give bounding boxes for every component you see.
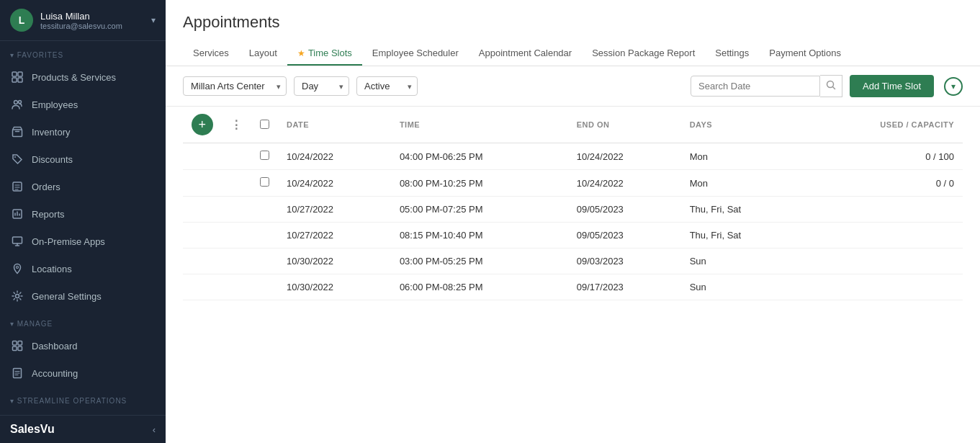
svg-rect-0 [12, 72, 17, 76]
row-menu-cell [222, 274, 251, 300]
svg-rect-1 [18, 72, 22, 76]
row-days: Mon [681, 170, 802, 197]
row-capacity: 0 / 100 [802, 143, 963, 170]
svg-point-4 [14, 101, 18, 104]
tab-payment-options[interactable]: Payment Options [759, 42, 851, 66]
row-capacity [802, 197, 963, 223]
sidebar-item-label-general-settings: General Settings [32, 291, 102, 302]
table-header-row: + ⋮ DATE TIME END ON DAYS USED / CAPACIT… [183, 107, 963, 143]
sidebar-item-inventory[interactable]: Inventory [0, 118, 166, 146]
svg-point-11 [17, 267, 19, 269]
star-icon: ★ [297, 48, 305, 58]
section-label-favorites: ▾ FAVORITES [0, 41, 166, 63]
row-time: 03:00 PM-05:25 PM [391, 249, 568, 274]
table-row: 10/24/202208:00 PM-10:25 PM10/24/2022Mon… [183, 170, 963, 197]
location-select[interactable]: Millan Arts Center [183, 76, 287, 96]
row-checkbox[interactable] [260, 151, 269, 160]
row-add-cell [183, 197, 222, 223]
sidebar-item-employees[interactable]: Employees [0, 91, 166, 118]
th-checkbox [251, 107, 278, 143]
sidebar-item-products-services[interactable]: Products & Services [0, 63, 166, 91]
row-end-on: 10/24/2022 [568, 170, 681, 197]
toolbar: Millan Arts Center Day Week Month Active… [166, 66, 980, 107]
gear-icon [10, 289, 24, 303]
tab-services[interactable]: Services [183, 42, 239, 66]
row-date: 10/27/2022 [278, 223, 391, 249]
tab-employee-scheduler[interactable]: Employee Scheduler [362, 42, 469, 66]
user-name: Luisa Millan [40, 11, 151, 22]
sidebar-item-label-discounts: Discounts [32, 154, 73, 165]
row-menu-cell [222, 249, 251, 274]
row-add-cell [183, 170, 222, 197]
expand-options-button[interactable]: ▾ [944, 77, 963, 96]
row-checkbox-cell [251, 197, 278, 223]
row-time: 05:00 PM-07:25 PM [391, 197, 568, 223]
grid-icon [10, 70, 24, 84]
tab-appointment-calendar[interactable]: Appointment Calendar [469, 42, 582, 66]
user-profile[interactable]: L Luisa Millan tessitura@salesvu.com ▾ [0, 0, 166, 41]
search-button[interactable] [820, 75, 842, 97]
pin-icon [10, 261, 24, 276]
th-date: DATE [278, 107, 391, 143]
user-email: tessitura@salesvu.com [40, 22, 151, 30]
svg-rect-6 [13, 130, 22, 137]
row-checkbox-cell [251, 274, 278, 300]
row-days: Thu, Fri, Sat [681, 223, 802, 249]
search-icon [826, 80, 836, 90]
tab-session-package-report[interactable]: Session Package Report [582, 42, 705, 66]
row-days: Thu, Fri, Sat [681, 197, 802, 223]
sidebar-item-label-inventory: Inventory [32, 127, 70, 138]
bulk-menu-dots[interactable]: ⋮ [230, 119, 243, 131]
table-row: 10/30/202203:00 PM-05:25 PM09/03/2023Sun [183, 249, 963, 274]
user-menu-chevron[interactable]: ▾ [151, 15, 156, 25]
row-end-on: 09/05/2023 [568, 223, 681, 249]
row-date: 10/24/2022 [278, 143, 391, 170]
row-checkbox[interactable] [260, 177, 269, 187]
svg-rect-14 [18, 341, 22, 346]
row-menu-cell [222, 197, 251, 223]
time-slots-table: + ⋮ DATE TIME END ON DAYS USED / CAPACIT… [183, 107, 963, 300]
sidebar-item-locations[interactable]: Locations [0, 255, 166, 282]
sidebar-item-orders[interactable]: Orders [0, 173, 166, 200]
search-input[interactable] [691, 76, 820, 97]
sidebar-item-on-premise-apps[interactable]: On-Premise Apps [0, 228, 166, 255]
table-row: 10/27/202205:00 PM-07:25 PM09/05/2023Thu… [183, 197, 963, 223]
tab-settings[interactable]: Settings [705, 42, 759, 66]
row-add-cell [183, 274, 222, 300]
table-row: 10/27/202208:15 PM-10:40 PM09/05/2023Thu… [183, 223, 963, 249]
status-select[interactable]: Active Inactive All [356, 76, 418, 96]
row-checkbox-cell [251, 223, 278, 249]
th-add-action: + [183, 107, 222, 143]
sidebar-item-dashboard[interactable]: Dashboard [0, 332, 166, 359]
select-all-checkbox[interactable] [260, 120, 269, 129]
svg-point-5 [19, 101, 22, 104]
status-select-wrapper: Active Inactive All [356, 76, 418, 96]
th-menu: ⋮ [222, 107, 251, 143]
row-time: 06:00 PM-08:25 PM [391, 274, 568, 300]
row-add-cell [183, 143, 222, 170]
tab-time-slots[interactable]: ★Time Slots [287, 42, 362, 66]
sidebar-item-reports[interactable]: Reports [0, 200, 166, 228]
sidebar-item-accounting[interactable]: Accounting [0, 359, 166, 387]
svg-rect-10 [13, 237, 22, 243]
tab-layout[interactable]: Layout [239, 42, 287, 66]
section-label-streamline: ▾ STREAMLINE OPERATIONS [0, 387, 166, 409]
sidebar-collapse-button[interactable]: ‹ [153, 424, 156, 435]
sidebar-item-general-settings[interactable]: General Settings [0, 282, 166, 310]
sidebar-item-discounts[interactable]: Discounts [0, 146, 166, 173]
sidebar-item-label-on-premise: On-Premise Apps [32, 236, 105, 247]
table-area: + ⋮ DATE TIME END ON DAYS USED / CAPACIT… [166, 107, 980, 443]
row-checkbox-cell [251, 249, 278, 274]
page-title: Appointments [183, 13, 963, 32]
row-days: Sun [681, 249, 802, 274]
box-icon [10, 125, 24, 139]
chevron-down-icon: ▾ [951, 81, 956, 91]
sidebar-item-label-accounting: Accounting [32, 368, 78, 379]
row-date: 10/30/2022 [278, 274, 391, 300]
list-icon [10, 179, 24, 194]
add-row-button[interactable]: + [192, 114, 213, 135]
svg-point-7 [14, 156, 16, 158]
period-select[interactable]: Day Week Month [294, 76, 349, 96]
th-days: DAYS [681, 107, 802, 143]
add-time-slot-button[interactable]: Add Time Slot [850, 75, 934, 97]
